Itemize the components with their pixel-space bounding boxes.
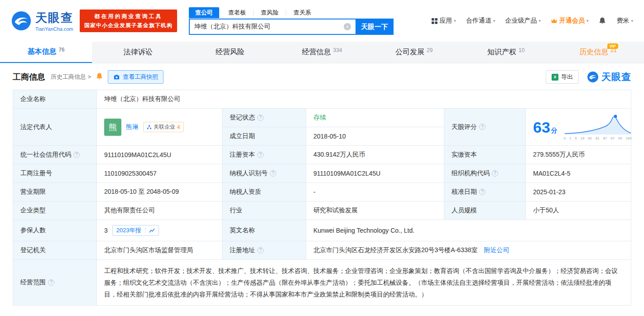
- chevron-down-icon: ▾: [586, 19, 589, 23]
- nav-cooperation-label: 合作通道: [466, 17, 491, 25]
- nav-user[interactable]: 费米 ▾: [616, 17, 633, 25]
- clear-search-icon[interactable]: ×: [344, 23, 351, 30]
- tab-count: 10: [519, 47, 524, 53]
- trend-chart-icon[interactable]: [149, 228, 155, 234]
- label-english-name: 英文名称: [222, 220, 306, 241]
- label-insured-number: 参保人数: [13, 220, 97, 241]
- tab-count: 334: [333, 47, 342, 53]
- camera-icon: [113, 74, 120, 81]
- tab-basic-info[interactable]: 基本信息 76: [0, 42, 92, 63]
- export-button[interactable]: X 导出: [546, 70, 579, 84]
- tab-operating-risk[interactable]: 经营风险: [184, 42, 276, 63]
- table-row: 工商注册号 110109025300457 纳税人识别号? 91110109MA…: [13, 164, 631, 183]
- label-staff-size: 人员规模: [444, 201, 526, 220]
- value-registration-authority: 北京市门头沟区市场监督管理局: [97, 241, 222, 260]
- monitor-bell[interactable]: [96, 72, 103, 82]
- table-row: 营业期限 2018-05-10 至 2048-05-09 纳税人资质 - 核准日…: [13, 183, 631, 201]
- search-section: 查公司 查老板 查风险 查关系 × 天眼一下: [189, 7, 394, 35]
- tab-company-development[interactable]: 公司发展 29: [368, 42, 460, 63]
- tab-count: 76: [58, 47, 64, 53]
- help-icon[interactable]: ?: [492, 170, 498, 177]
- section-title: 工商信息: [13, 72, 45, 82]
- label-business-term: 营业期限: [13, 183, 97, 201]
- help-icon[interactable]: ?: [257, 247, 264, 254]
- value-company-type: 其他有限责任公司: [97, 201, 222, 220]
- annual-report-pill: 2023年报: [112, 225, 159, 236]
- nav-enterprise-products[interactable]: 企业级产品 ▾: [505, 17, 541, 25]
- value-insured-number: 3 2023年报: [97, 220, 222, 241]
- nav-apps-label: 应用: [439, 17, 452, 25]
- search-input[interactable]: [189, 19, 356, 35]
- tab-operating-info[interactable]: 经营信息 334: [276, 42, 368, 63]
- legal-rep-link[interactable]: 熊琳: [126, 123, 139, 131]
- help-icon[interactable]: ?: [48, 279, 54, 286]
- score-value: 63分: [533, 120, 557, 135]
- logo-title: 天眼查: [35, 10, 73, 26]
- related-company-count: 4: [177, 124, 180, 130]
- help-icon[interactable]: ?: [479, 124, 485, 130]
- tab-legal-proceedings[interactable]: 法律诉讼: [92, 42, 184, 63]
- label-registration-number: 工商注册号: [13, 164, 97, 183]
- label-legal-representative: 法定代表人: [13, 109, 97, 146]
- search-tab-relation[interactable]: 查关系: [286, 10, 318, 16]
- tab-label: 基本信息: [27, 47, 56, 57]
- help-icon[interactable]: ?: [73, 152, 80, 158]
- label-taxpayer-id: 纳税人识别号?: [222, 164, 306, 183]
- table-row: 统一社会信用代码? 91110109MA01C2L45U 注册资本? 430.9…: [13, 146, 631, 164]
- brand-watermark: 天眼查: [587, 71, 631, 83]
- label-paid-capital: 实缴资本: [444, 146, 526, 164]
- value-credit-code: 91110109MA01C2L45U: [97, 146, 222, 164]
- tianyancha-logo-icon: [11, 10, 32, 31]
- nav-cooperation[interactable]: 合作通道 ▾: [466, 17, 495, 25]
- value-taxpayer-quality: -: [306, 183, 444, 201]
- history-business-info-link[interactable]: 历史工商信息 >: [51, 73, 91, 81]
- tab-label: 法律诉讼: [124, 48, 153, 57]
- table-row: 经营范围? 工程和技术研究；软件开发；技术开发、技术推广、技术转让、技术咨询、技…: [13, 260, 631, 306]
- label-industry: 行业: [222, 201, 306, 220]
- snapshot-button-label: 查看工商快照: [123, 73, 158, 81]
- search-button[interactable]: 天眼一下: [356, 19, 394, 35]
- bell-icon: [96, 72, 103, 80]
- search-type-tabs: 查公司 查老板 查风险 查关系: [189, 7, 394, 19]
- nav-apps[interactable]: 应用 ▾: [432, 17, 456, 25]
- tab-label: 经营信息: [302, 48, 331, 57]
- related-company-badge[interactable]: 关联企业 4: [143, 122, 184, 132]
- label-registration-authority: 登记机关: [13, 241, 97, 260]
- chevron-down-icon: ▾: [454, 19, 456, 23]
- help-icon[interactable]: ?: [270, 170, 276, 177]
- notification-bell[interactable]: [598, 17, 606, 25]
- relation-icon: [147, 124, 152, 129]
- table-row: 企业名称 坤维（北京）科技有限公司: [13, 90, 631, 109]
- table-row: 参保人数 3 2023年报 英文名称 Kunwei Beijing Techno…: [13, 220, 631, 241]
- help-icon[interactable]: ?: [479, 189, 485, 195]
- label-org-code: 组织机构代码?: [444, 164, 526, 183]
- search-tab-company[interactable]: 查公司: [189, 7, 219, 18]
- tianyancha-logo[interactable]: 天眼查 TianYanCha.com: [11, 10, 73, 32]
- tianyancha-logo-icon: [587, 71, 599, 83]
- tab-history-info[interactable]: 历史信息 21 VIP: [552, 42, 644, 63]
- value-org-code: MA01C2L4-5: [526, 164, 631, 183]
- help-icon[interactable]: ?: [257, 115, 264, 121]
- nav-open-vip[interactable]: 开通会员 ▾: [551, 17, 589, 25]
- nearby-company-link[interactable]: 附近公司: [484, 246, 509, 254]
- value-industry: 研究和试验发展: [306, 201, 444, 220]
- chevron-down-icon: ▾: [493, 19, 495, 23]
- search-tab-boss[interactable]: 查老板: [221, 10, 253, 16]
- value-registration-number: 110109025300457: [97, 164, 222, 183]
- promo-line-2: 国家中小企业发展子基金旗下机构: [84, 21, 173, 30]
- address-text: 北京市门头沟区石龙经济开发区永安路20号3号楼A-6338室: [313, 246, 478, 254]
- tab-label: 历史信息: [579, 48, 608, 57]
- tab-count: 29: [427, 47, 433, 53]
- divider: [145, 227, 145, 234]
- help-icon[interactable]: ?: [257, 152, 264, 158]
- label-business-scope: 经营范围?: [13, 260, 97, 306]
- bell-icon: [598, 17, 606, 25]
- annual-report-link[interactable]: 2023年报: [116, 226, 141, 235]
- table-row: 企业类型 其他有限责任公司 行业 研究和试验发展 人员规模 小于50人: [13, 201, 631, 220]
- tab-intellectual-property[interactable]: 知识产权 10: [460, 42, 552, 63]
- value-registered-address: 北京市门头沟区石龙经济开发区永安路20号3号楼A-6338室 附近公司: [306, 241, 631, 260]
- label-registered-capital: 注册资本?: [222, 146, 306, 164]
- snapshot-button[interactable]: 查看工商快照: [108, 70, 163, 84]
- search-tab-risk[interactable]: 查风险: [253, 10, 286, 16]
- promo-banner: 都在用的商业查询工具 国家中小企业发展子基金旗下机构: [80, 10, 177, 33]
